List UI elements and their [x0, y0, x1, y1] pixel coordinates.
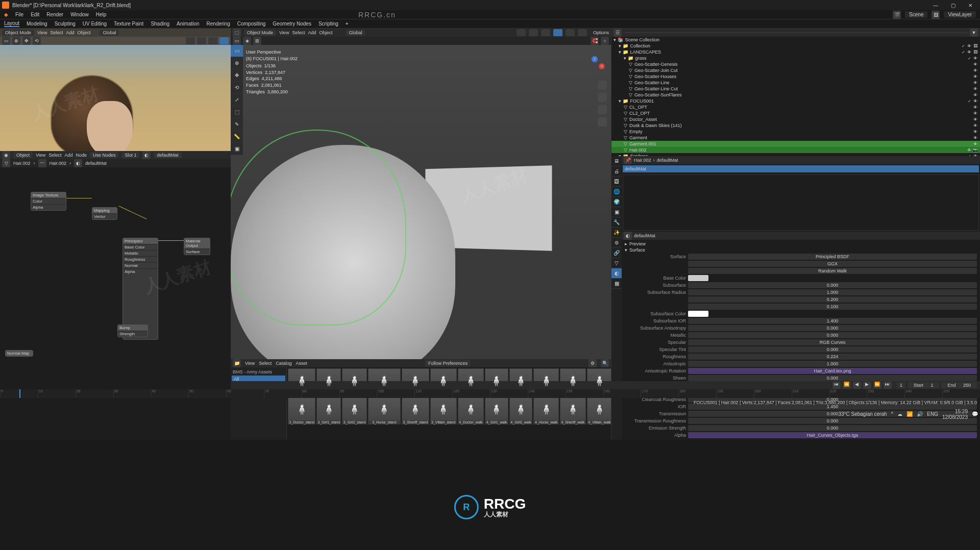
asset-item[interactable]: 3_Horse_stand	[368, 397, 401, 424]
notifications-icon[interactable]: 💬	[972, 411, 978, 417]
vp2-menu-object[interactable]: Object	[319, 30, 332, 35]
asset-item[interactable]: 3_Villain_stand	[430, 397, 457, 424]
tool-annotate[interactable]: ✎	[231, 118, 243, 131]
mat-crumb[interactable]: Hair.002	[50, 161, 67, 166]
prop-tab-modifiers[interactable]: 🔧	[611, 217, 622, 228]
preview-panel[interactable]: Preview	[629, 241, 646, 246]
tray-cloud-icon[interactable]: ☁	[897, 411, 902, 417]
vp-render-icon[interactable]	[578, 29, 587, 36]
shader-select[interactable]: Principled BSDF	[688, 254, 977, 260]
vp-menu-object[interactable]: Object	[77, 30, 90, 35]
use-nodes[interactable]: Use Nodes	[90, 152, 119, 158]
tab-rendering[interactable]: Rendering	[207, 21, 230, 27]
tool-rotate[interactable]: ⟲	[231, 82, 243, 94]
tab-sculpting[interactable]: Sculpting	[55, 21, 76, 27]
outliner-scene[interactable]: ▾ 📚Scene Collection	[611, 37, 980, 43]
tray-up-icon[interactable]: ^	[891, 411, 894, 417]
show-gizmo-icon[interactable]: ◈	[243, 37, 251, 45]
prop-mat-link[interactable]: defaultMat	[657, 158, 678, 163]
asset-item[interactable]: 4_Doctor_walk	[458, 397, 484, 424]
outliner-sub[interactable]: ▽Geo-Scatter-Genesis👁	[611, 61, 980, 67]
mat-sphere-icon[interactable]: ◐	[142, 151, 151, 159]
close-button[interactable]: ✕	[963, 3, 978, 8]
vp2-menu-add[interactable]: Add	[308, 30, 316, 35]
vp-menu-select[interactable]: Select	[50, 30, 63, 35]
filter-icon[interactable]: ⚙	[589, 359, 597, 367]
ab-select[interactable]: Select	[259, 361, 272, 366]
persp-icon[interactable]	[598, 117, 607, 127]
vp-editor-icon[interactable]: ⬚	[233, 29, 241, 37]
asset-item[interactable]: 4_Girl1_walk	[485, 397, 508, 424]
node-output[interactable]: Material OutputSurface	[184, 238, 210, 255]
asset-item[interactable]: 4_Girl2_walk	[509, 397, 533, 424]
obj-name[interactable]: Hair.002	[13, 161, 31, 166]
nav-gizmo[interactable]: X Y Z	[584, 56, 605, 77]
camera-icon[interactable]	[598, 105, 607, 114]
show-overlays-icon[interactable]: ⊞	[253, 37, 261, 45]
menu-edit[interactable]: Edit	[31, 12, 39, 17]
prop-tab-physics[interactable]: ⊚	[611, 238, 622, 248]
next-key-icon[interactable]: ⏩	[873, 382, 881, 389]
play-icon[interactable]: ▶	[863, 382, 871, 389]
ab-follow[interactable]: Follow Preferences	[425, 360, 471, 366]
editor-type-icon[interactable]: ◉	[2, 151, 10, 159]
jump-end-icon[interactable]: ⏭	[884, 382, 892, 389]
tool-addcube[interactable]: ▣	[231, 143, 243, 155]
main-viewport[interactable]: ⬚ Object Mode View Select Add Object Glo…	[231, 29, 611, 359]
prop-tab-constraints[interactable]: 🔗	[611, 248, 622, 258]
vp2-menu-view[interactable]: View	[279, 30, 289, 35]
viewlayer-selector[interactable]: ViewLayer	[944, 11, 976, 18]
proportional-icon[interactable]: ○	[601, 37, 609, 45]
pin-icon[interactable]: 📌	[624, 156, 632, 164]
outliner-focus[interactable]: ▾ 📁FOCUS001✓👁	[611, 98, 980, 104]
maximize-button[interactable]: ▢	[945, 3, 961, 8]
prop-tab-material[interactable]: ◐	[611, 268, 622, 279]
shading-wire-icon[interactable]	[186, 37, 195, 44]
mode-selector[interactable]: Object Mode	[2, 30, 34, 36]
xray-icon[interactable]	[529, 29, 538, 36]
tray-lang[interactable]: ENG	[927, 411, 938, 417]
slot-select[interactable]: Slot 1	[121, 152, 139, 158]
clock-date[interactable]: 12/08/2023	[942, 414, 968, 420]
tool-move[interactable]: ✥	[231, 69, 243, 82]
end-frame[interactable]: End 250	[941, 382, 977, 388]
tab-add[interactable]: +	[346, 21, 349, 27]
outliner-grass[interactable]: ▾ 📁grass✓👁	[611, 55, 980, 61]
tab-modeling[interactable]: Modeling	[27, 21, 47, 27]
node-mapping[interactable]: MappingVector	[92, 207, 117, 220]
mat-name[interactable]: defaultMat	[154, 152, 181, 158]
asset-item[interactable]: 3_Sheriff_stand	[402, 397, 429, 424]
cursor-icon[interactable]: ⊕	[12, 37, 20, 45]
tab-uv[interactable]: UV Editing	[83, 21, 107, 27]
tab-geonodes[interactable]: Geometry Nodes	[273, 21, 311, 27]
asset-item[interactable]: 4_Horse_walk	[533, 397, 558, 424]
search-icon[interactable]: 🔍	[601, 359, 609, 367]
tray-wifi-icon[interactable]: 📶	[906, 411, 913, 417]
prop-tab-object[interactable]: ▣	[611, 207, 622, 217]
se-menu-node[interactable]: Node	[76, 153, 87, 158]
move-icon[interactable]: ✥	[22, 37, 31, 45]
menu-file[interactable]: File	[15, 12, 23, 17]
menu-help[interactable]: Help	[96, 12, 107, 17]
scene-selector[interactable]: Scene	[905, 11, 927, 18]
shading-rendered-icon[interactable]	[219, 37, 229, 44]
orientation[interactable]: Global	[100, 30, 119, 36]
outliner-search[interactable]	[624, 32, 968, 33]
weather[interactable]: 33°C Sebagian cerah	[838, 411, 887, 417]
start-frame[interactable]: Start 1	[908, 382, 940, 388]
outliner-selected[interactable]: ▽Hair.002👁📷	[611, 147, 980, 153]
prop-tab-render[interactable]: 🖥	[611, 156, 622, 166]
vp-menu-add[interactable]: Add	[66, 30, 74, 35]
material-slot[interactable]: defaultMat	[623, 165, 979, 172]
asset-item[interactable]: 4_Sheriff_walk	[560, 397, 586, 424]
jump-start-icon[interactable]: ⏮	[832, 382, 841, 389]
overlay-toggle-icon[interactable]	[517, 29, 526, 36]
timeline-track[interactable]: 0102030405060708090100110120130140150160…	[0, 389, 980, 398]
tool-measure[interactable]: 📏	[231, 131, 243, 143]
vp-orient[interactable]: Global	[346, 30, 365, 36]
menu-render[interactable]: Render	[46, 12, 63, 17]
rotate-icon[interactable]: ⟲	[33, 37, 41, 45]
playhead[interactable]	[19, 389, 20, 398]
outliner-icon[interactable]: ☰	[614, 29, 622, 37]
ab-asset[interactable]: Asset	[296, 361, 307, 366]
